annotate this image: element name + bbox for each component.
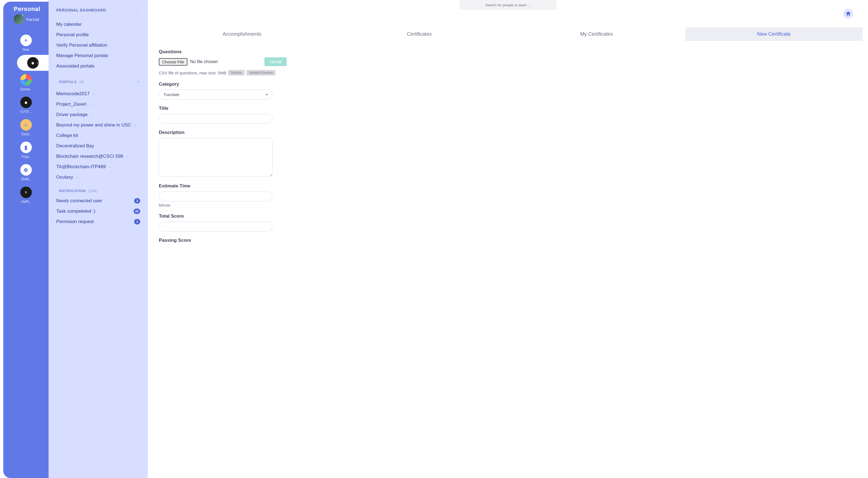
dashboard-item-1[interactable]: Personal profile [56, 30, 140, 40]
sample-button[interactable]: Sample [228, 70, 245, 76]
sidebar-title: PERSONAL DASHBOARD [56, 8, 106, 12]
rail-item-5[interactable]: ▮Troja.. [3, 140, 49, 161]
portal-item-3[interactable]: Beyond my power and shine in USC‹ [56, 120, 140, 130]
avatar [14, 14, 24, 24]
portal-item-label: Memocode2017 [56, 91, 90, 97]
rail-item-label: CUTE .. [20, 110, 32, 114]
notification-item-1[interactable]: Task compeleted :)25 [56, 206, 140, 216]
rail-item-3[interactable]: ●CUTE .. [3, 94, 49, 116]
notification-item-0[interactable]: Newly connected user3 [56, 196, 140, 206]
portals-count: (9) [80, 80, 84, 84]
chevron-left-icon: ‹ [127, 154, 128, 158]
category-select[interactable]: Translate [159, 90, 272, 99]
portal-item-label: Blockchain research@CSCI 599 [56, 154, 123, 159]
home-button[interactable] [843, 9, 853, 19]
rail-item-icon: ▮ [20, 142, 32, 153]
estimate-time-input[interactable] [159, 191, 272, 201]
portal-item-0[interactable]: Memocode2017‹ [56, 89, 140, 99]
description-label: Description [159, 130, 411, 135]
chevron-left-icon: ‹ [135, 123, 136, 127]
questions-label: Questions [159, 49, 411, 55]
dashboard-item-0[interactable]: My calender [56, 19, 140, 30]
chevron-left-icon: ‹ [90, 102, 92, 107]
estimate-time-label: Estimate Time [159, 183, 411, 189]
notification-badge: 3 [134, 198, 140, 204]
back-arrow-icon[interactable]: ← [134, 7, 140, 14]
notification-label: Task compeleted :) [56, 209, 95, 214]
rail-title: Personal [14, 5, 49, 12]
total-score-label: Total Score [159, 213, 411, 219]
tab-accomplishments[interactable]: Accomplishments [153, 27, 331, 41]
total-score-input[interactable] [159, 222, 272, 232]
notification-badge: 25 [133, 209, 140, 214]
portal-item-label: Driver package [56, 112, 88, 117]
portal-item-4[interactable]: College kit‹ [56, 130, 140, 141]
csv-hint: CSV file of questions, max size: 5MB [159, 70, 226, 75]
rail-item-6[interactable]: ⊕3D4E.. [3, 162, 49, 183]
rail-user[interactable]: Farzad [14, 14, 49, 24]
rail-item-label: 3D4E.. [21, 177, 31, 181]
rail-item-label: Qrowd.. [20, 87, 32, 91]
rail-item-icon: ◆ [20, 74, 32, 86]
chevron-left-icon: ‹ [110, 165, 111, 169]
notifications-count: (136) [88, 189, 97, 193]
rail-item-2[interactable]: ◆Qrowd.. [3, 72, 49, 93]
rail-item-label: VidPl.. [21, 200, 30, 204]
portal-item-7[interactable]: TA@Blockchain-ITP499‹ [56, 161, 140, 172]
rail-item-4[interactable]: ☺Ekrid.. [3, 117, 49, 138]
portal-item-label: Project_Zaveri [56, 101, 86, 107]
passing-score-label: Passing Score [159, 238, 411, 243]
file-status: No file chosen [190, 59, 218, 64]
description-input[interactable] [159, 138, 272, 176]
rail-item-icon: + [20, 35, 32, 46]
notification-label: Permision request [56, 219, 94, 225]
chevron-left-icon: ‹ [37, 60, 38, 66]
title-input[interactable] [159, 114, 272, 124]
file-picker[interactable]: Choose File No file chosen [159, 58, 218, 66]
sidebar: PERSONAL DASHBOARD ← My calenderPersonal… [49, 0, 148, 478]
rail-item-7[interactable]: VVidPl.. [3, 184, 49, 206]
category-label: Category [159, 82, 411, 87]
notifications-section-title: NOTIFICATION [59, 189, 86, 193]
portal-item-label: Decentralized Bay [56, 143, 94, 149]
title-label: Title [159, 106, 411, 111]
rail-item-icon: ☺ [20, 119, 32, 130]
portal-item-1[interactable]: Project_Zaveri‹ [56, 99, 140, 110]
left-rail: Personal Farzad +New●‹◆Qrowd..●CUTE ..☺E… [3, 2, 49, 478]
tab-my-certificates[interactable]: My Certificates [508, 27, 685, 41]
rail-item-label: Troja.. [22, 155, 31, 158]
portal-item-label: College kit [56, 133, 78, 138]
rail-item-1[interactable]: ●‹ [17, 55, 49, 71]
chevron-left-icon: ‹ [91, 113, 93, 117]
rail-item-label: Ekrid.. [21, 132, 30, 136]
rail-item-icon: ⊕ [20, 164, 32, 176]
search-input[interactable] [460, 0, 557, 10]
notification-label: Newly connected user [56, 198, 102, 204]
chevron-left-icon: ‹ [82, 133, 83, 138]
choose-file-button[interactable]: Choose File [159, 58, 187, 66]
upload-button[interactable]: Upload [265, 57, 286, 66]
dashboard-item-3[interactable]: Manage Personal portals [56, 51, 140, 61]
portal-item-8[interactable]: Oculaxy‹ [56, 172, 140, 182]
portal-item-2[interactable]: Driver package‹ [56, 110, 140, 120]
rail-item-icon: ● [20, 97, 32, 108]
home-icon [845, 11, 851, 17]
tab-new-certificate[interactable]: New Certificate [685, 27, 863, 41]
dashboard-item-2[interactable]: Verify Personal affiliation [56, 40, 140, 51]
presence-dot [22, 14, 24, 17]
notification-item-2[interactable]: Permision request1 [56, 216, 140, 227]
sample-preview-button[interactable]: Sample Preview [246, 70, 276, 76]
portal-item-label: Oculaxy [56, 175, 73, 180]
estimate-time-hint: Minute [159, 203, 411, 207]
notification-badge: 1 [134, 219, 140, 225]
add-portal-icon[interactable]: + [136, 78, 140, 86]
portal-item-label: TA@Blockchain-ITP499 [56, 164, 105, 170]
tab-certificates[interactable]: Certificates [331, 27, 508, 41]
rail-item-0[interactable]: +New [3, 32, 49, 54]
rail-username: Farzad [26, 17, 39, 22]
dashboard-item-4[interactable]: Associated portals [56, 61, 140, 71]
portal-item-6[interactable]: Blockchain research@CSCI 599‹ [56, 151, 140, 161]
portal-item-5[interactable]: Decentralized Bay‹ [56, 141, 140, 151]
rail-item-icon: V [20, 187, 32, 198]
chevron-left-icon: ‹ [94, 92, 95, 96]
